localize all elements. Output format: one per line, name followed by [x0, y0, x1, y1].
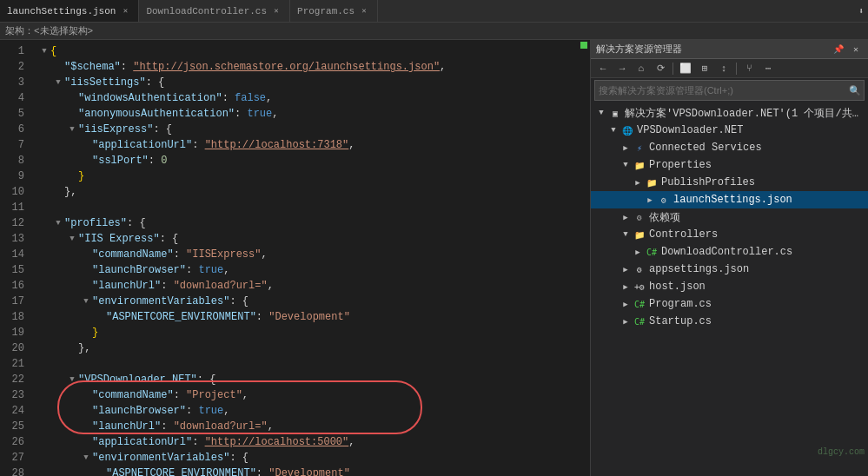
- search-bar: 🔍: [594, 80, 865, 101]
- expand-btn-program[interactable]: ▶: [619, 297, 633, 311]
- tab-launchsettings[interactable]: launchSettings.json ✕: [0, 0, 139, 22]
- arch-bar: 架构：<未选择架构>: [0, 23, 868, 40]
- editor: 1234567891011121314151617181920212223242…: [0, 40, 590, 476]
- tab-launchsettings-close[interactable]: ✕: [119, 5, 131, 17]
- item-label-properties: Properties: [649, 159, 712, 171]
- tree-item-startup[interactable]: ▶C#Startup.cs: [591, 313, 868, 330]
- filter-btn[interactable]: ↕: [715, 61, 732, 76]
- tab-downloadcontroller[interactable]: DownloadController.cs ✕: [139, 0, 290, 22]
- main-area: 1234567891011121314151617181920212223242…: [0, 40, 868, 476]
- item-icon-publish_profiles: 📁: [645, 175, 659, 189]
- item-label-downloadcontroller: DownloadController.cs: [661, 246, 792, 258]
- item-icon-connected_services: ⚡: [633, 141, 646, 155]
- code-line: "launchBrowser": true,: [38, 403, 571, 419]
- expand-btn-launchsettings[interactable]: ▶: [643, 193, 657, 207]
- code-line: "launchUrl": "download?url=",: [38, 278, 571, 294]
- search-icon[interactable]: 🔍: [846, 82, 864, 99]
- expand-btn-project[interactable]: ▼: [606, 123, 620, 137]
- tree-item-connected_services[interactable]: ▶⚡Connected Services: [591, 139, 868, 156]
- tree-item-publish_profiles[interactable]: ▶📁PublishProfiles: [591, 174, 868, 191]
- panel-close-btn[interactable]: ✕: [849, 43, 863, 56]
- tree-item-downloadcontroller[interactable]: ▶C#DownloadController.cs: [591, 243, 868, 261]
- item-label-startup: Startup.cs: [649, 315, 712, 327]
- home-btn[interactable]: ⌂: [633, 61, 650, 76]
- expand-btn-startup[interactable]: ▶: [619, 314, 633, 328]
- code-line: ▼"environmentVariables": {: [38, 294, 571, 309]
- expand-btn-solution[interactable]: ▼: [594, 106, 608, 120]
- expand-btn-properties[interactable]: ▼: [619, 158, 633, 172]
- code-line: ▼"iisSettings": {: [38, 75, 571, 90]
- item-icon-hostjson: +⚙: [633, 280, 646, 294]
- item-icon-startup: C#: [633, 314, 646, 328]
- collapse-icon[interactable]: ▼: [52, 76, 64, 89]
- solution-tree[interactable]: ▼▣解决方案'VPSDownloader.NET'(1 个项目/共 1 …▼🌐V…: [591, 102, 868, 476]
- panel-pin-btn[interactable]: 📌: [832, 43, 845, 56]
- item-label-dependencies: 依赖项: [649, 210, 680, 225]
- tree-item-properties[interactable]: ▼📁Properties: [591, 156, 868, 174]
- code-line: [38, 200, 571, 215]
- tab-downloadcontroller-close[interactable]: ✕: [270, 5, 282, 17]
- nav-fwd-btn[interactable]: →: [613, 61, 631, 76]
- search-input[interactable]: [595, 85, 845, 96]
- tab-program[interactable]: Program.cs ✕: [290, 0, 378, 22]
- code-line: "ASPNETCORE_ENVIRONMENT": "Development": [38, 309, 571, 325]
- more-btn[interactable]: ⋯: [759, 61, 777, 76]
- toolbar-sep-2: [736, 63, 737, 75]
- collapse-icon[interactable]: ▼: [80, 452, 92, 464]
- expand-btn-publish_profiles[interactable]: ▶: [631, 175, 645, 189]
- collapse-icon[interactable]: ▼: [52, 217, 64, 229]
- item-label-hostjson: host.json: [649, 281, 706, 293]
- expand-btn-downloadcontroller[interactable]: ▶: [631, 245, 645, 259]
- solution-panel: 解决方案资源管理器 📌 ✕ ← → ⌂ ⟳ ⬜ ⊞ ↕ ⑂ ⋯ 🔍 ▼▣解决方案…: [590, 40, 868, 476]
- code-line: },: [38, 184, 571, 200]
- code-line: "applicationUrl": "http://localhost:5000…: [38, 434, 571, 450]
- tree-item-solution[interactable]: ▼▣解决方案'VPSDownloader.NET'(1 个项目/共 1 …: [591, 104, 868, 122]
- code-line: "anonymousAuthentication": true,: [38, 106, 571, 122]
- collapse-icon[interactable]: ▼: [66, 123, 78, 136]
- item-icon-dependencies: ⚙: [633, 210, 646, 224]
- tree-item-dependencies[interactable]: ▶⚙依赖项: [591, 208, 868, 226]
- item-icon-launchsettings: ⚙: [657, 193, 671, 207]
- item-label-connected_services: Connected Services: [649, 142, 762, 154]
- nav-back-btn[interactable]: ←: [594, 61, 612, 76]
- tree-item-project[interactable]: ▼🌐VPSDownloader.NET: [591, 122, 868, 139]
- tree-item-launchsettings[interactable]: ▶⚙launchSettings.json: [591, 191, 868, 208]
- tree-item-appsettings[interactable]: ▶⚙appsettings.json: [591, 261, 868, 278]
- code-line: "$schema": "http://json.schemastore.org/…: [38, 59, 571, 75]
- line-numbers: 1234567891011121314151617181920212223242…: [0, 40, 31, 476]
- tab-bar-options[interactable]: ⬇: [854, 4, 868, 18]
- collapse-icon[interactable]: ▼: [80, 295, 92, 307]
- right-indicators: [578, 40, 590, 476]
- code-line: "ASPNETCORE_ENVIRONMENT": "Development": [38, 466, 571, 476]
- expand-btn-controllers[interactable]: ▼: [619, 228, 633, 241]
- code-lines[interactable]: ▼{"$schema": "http://json.schemastore.or…: [31, 40, 578, 476]
- arch-label: 架构：<未选择架构>: [5, 24, 93, 37]
- tree-item-hostjson[interactable]: ▶+⚙host.json: [591, 278, 868, 295]
- code-line: ▼"iisExpress": {: [38, 122, 571, 137]
- item-icon-project: 🌐: [620, 123, 634, 137]
- item-label-appsettings: appsettings.json: [649, 263, 749, 275]
- tree-item-controllers[interactable]: ▼📁Controllers: [591, 226, 868, 243]
- code-line: }: [38, 169, 571, 184]
- tab-program-close[interactable]: ✕: [358, 5, 370, 17]
- expand-btn-hostjson[interactable]: ▶: [619, 280, 633, 294]
- code-line: [38, 356, 571, 372]
- refresh-btn[interactable]: ⟳: [652, 61, 669, 76]
- show-all-btn[interactable]: ⊞: [696, 61, 713, 76]
- expand-btn-dependencies[interactable]: ▶: [619, 210, 633, 224]
- item-icon-controllers: 📁: [633, 228, 646, 241]
- collapse-all-btn[interactable]: ⬜: [677, 61, 694, 76]
- item-icon-properties: 📁: [633, 158, 646, 172]
- git-btn[interactable]: ⑂: [740, 61, 758, 76]
- collapse-icon[interactable]: ▼: [66, 374, 78, 386]
- code-line: "sslPort": 0: [38, 153, 571, 169]
- collapse-icon[interactable]: ▼: [66, 233, 78, 245]
- tree-item-program[interactable]: ▶C#Program.cs: [591, 295, 868, 313]
- expand-btn-appsettings[interactable]: ▶: [619, 262, 633, 276]
- expand-btn-connected_services[interactable]: ▶: [619, 141, 633, 155]
- code-line: }: [38, 325, 571, 340]
- item-label-launchsettings: launchSettings.json: [673, 194, 792, 206]
- save-indicator: [580, 42, 587, 49]
- collapse-icon[interactable]: ▼: [38, 45, 50, 57]
- code-line: },: [38, 340, 571, 356]
